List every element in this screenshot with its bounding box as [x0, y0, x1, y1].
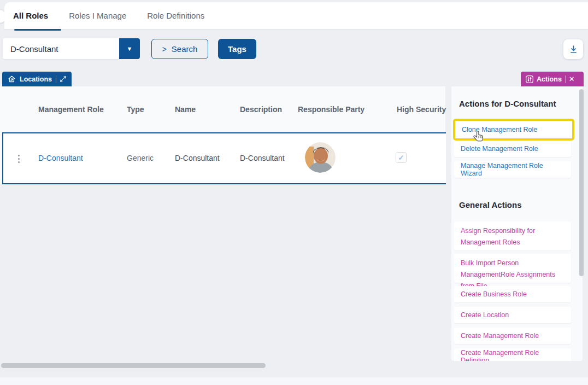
action-assign-responsibility[interactable]: Assign Responsibility for Management Rol…	[454, 221, 571, 250]
download-button[interactable]	[563, 39, 583, 59]
close-icon[interactable]: ✕	[569, 75, 575, 83]
column-header-type: Type	[127, 105, 144, 114]
column-header-responsible-party: Responsible Party	[298, 105, 364, 114]
tab-all-roles[interactable]: All Roles	[13, 11, 48, 20]
active-tab-underline	[14, 29, 61, 31]
high-security-checkbox[interactable]: ✓	[396, 152, 407, 163]
table-row[interactable]: D-Consultant Generic D-Consultant D-Cons…	[2, 132, 446, 184]
action-clone-management-role[interactable]: Clone Management Role	[455, 121, 572, 138]
column-header-management-role: Management Role	[38, 105, 104, 114]
role-search-input[interactable]	[3, 38, 119, 59]
general-actions-title: General Actions	[459, 200, 521, 209]
row-menu-kebab-icon[interactable]	[14, 151, 23, 166]
highlighted-action-outline: Clone Management Role	[453, 119, 574, 141]
row-name: D-Consultant	[175, 154, 220, 162]
column-header-name: Name	[175, 105, 196, 114]
expand-diagonal-icon[interactable]	[60, 76, 66, 82]
tags-button[interactable]: Tags	[218, 39, 256, 59]
download-icon	[569, 45, 578, 54]
caret-down-icon: ▼	[127, 45, 133, 52]
sliders-icon	[526, 75, 533, 83]
search-dropdown-button[interactable]: ▼	[119, 38, 140, 59]
panel-vertical-scrollbar[interactable]	[579, 89, 584, 276]
row-management-role-link[interactable]: D-Consultant	[38, 154, 83, 162]
actions-button[interactable]: Actions ✕	[521, 72, 584, 86]
check-icon: ✓	[398, 154, 404, 162]
footer-strip	[0, 377, 588, 385]
locations-button-label: Locations	[20, 75, 52, 83]
row-type: Generic	[127, 154, 154, 162]
tab-all-roles-label: All Roles	[13, 11, 48, 20]
roles-table: Management Role Type Name Description Re…	[0, 86, 445, 184]
tab-roles-i-manage[interactable]: Roles I Manage	[69, 11, 126, 20]
actions-panel: Actions for D-Consultant Clone Managemen…	[451, 86, 583, 361]
divider	[56, 75, 56, 83]
table-horizontal-scrollbar[interactable]	[1, 363, 266, 368]
column-header-description: Description	[240, 105, 282, 114]
home-location-icon	[8, 75, 16, 83]
divider	[565, 75, 566, 83]
action-create-management-role-definition[interactable]: Create Management Role Definition	[454, 348, 571, 361]
tab-role-definitions-label: Role Definitions	[147, 11, 204, 20]
actions-button-label: Actions	[537, 75, 562, 83]
action-create-management-role[interactable]: Create Management Role	[454, 328, 571, 344]
tab-roles-i-manage-label: Roles I Manage	[69, 11, 126, 20]
action-create-business-role[interactable]: Create Business Role	[454, 286, 571, 302]
column-header-high-security: High Security	[397, 105, 446, 114]
tab-bar: All Roles Roles I Manage Role Definition…	[4, 2, 588, 29]
row-description: D-Consultant	[240, 154, 285, 162]
action-bulk-import[interactable]: Bulk Import Person ManagementRole Assign…	[454, 254, 571, 283]
responsible-party-avatar	[305, 142, 336, 173]
search-button[interactable]: > Search	[151, 39, 208, 59]
action-manage-management-role-wizard[interactable]: Manage Management Role Wizard	[454, 161, 571, 178]
action-delete-management-role[interactable]: Delete Management Role	[454, 141, 571, 157]
chevron-right-icon: >	[162, 45, 167, 54]
actions-panel-title: Actions for D-Consultant	[459, 99, 556, 108]
action-create-location[interactable]: Create Location	[454, 307, 571, 323]
locations-button[interactable]: Locations	[2, 72, 72, 86]
search-button-label: Search	[172, 44, 198, 54]
tab-role-definitions[interactable]: Role Definitions	[147, 11, 204, 20]
tags-button-label: Tags	[228, 44, 246, 54]
